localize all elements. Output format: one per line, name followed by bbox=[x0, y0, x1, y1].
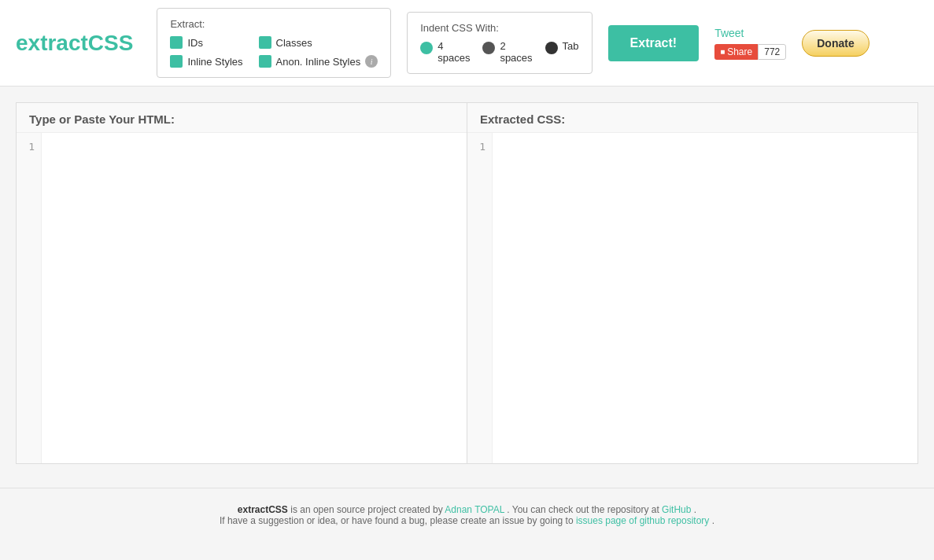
anon-inline-checkbox-icon bbox=[259, 55, 271, 68]
extract-label: Extract: bbox=[170, 18, 378, 30]
indent-tab[interactable]: Tab bbox=[545, 40, 579, 54]
header: extractCSS Extract: IDs Inline Styles Cl… bbox=[0, 0, 934, 87]
extract-box: Extract: IDs Inline Styles Classes bbox=[157, 8, 391, 78]
html-panel: Type or Paste Your HTML: 1 bbox=[16, 102, 467, 464]
share-red-btn: ■ Share bbox=[714, 44, 758, 60]
footer-text4: If have a suggestion or idea, or have fo… bbox=[220, 515, 576, 526]
footer-text2: . You can check out the repository at bbox=[507, 504, 662, 515]
indent-4-unit: spaces bbox=[437, 52, 470, 64]
indent-options: 4 spaces 2 spaces Tab bbox=[420, 40, 578, 64]
checkbox-classes[interactable]: Classes bbox=[259, 36, 378, 49]
inline-styles-checkbox-icon bbox=[170, 55, 183, 68]
indent-4-spaces[interactable]: 4 spaces bbox=[420, 40, 470, 64]
css-panel-label: Extracted CSS: bbox=[467, 103, 917, 133]
html-line-numbers: 1 bbox=[17, 133, 42, 463]
checkbox-inline-styles[interactable]: Inline Styles bbox=[170, 55, 242, 68]
footer-brand: extractCSS bbox=[238, 504, 288, 515]
footer-github-link[interactable]: GitHub bbox=[662, 504, 691, 515]
inline-styles-label: Inline Styles bbox=[187, 56, 242, 68]
checkbox-col-right: Classes Anon. Inline Styles i bbox=[259, 36, 378, 68]
footer-text1: is an open source project created by bbox=[290, 504, 445, 515]
indent-tab-radio bbox=[545, 42, 558, 54]
main-content: Type or Paste Your HTML: 1 Extracted CSS… bbox=[0, 87, 934, 480]
share-button[interactable]: ■ Share 772 bbox=[714, 44, 786, 60]
tweet-link[interactable]: Tweet bbox=[714, 27, 744, 39]
share-count: 772 bbox=[758, 44, 786, 60]
footer-text5: . bbox=[712, 515, 714, 526]
classes-checkbox-icon bbox=[259, 36, 271, 49]
classes-label: Classes bbox=[276, 37, 312, 49]
checkbox-row: IDs Inline Styles Classes Anon. Inline S… bbox=[170, 36, 378, 68]
indent-label: Indent CSS With: bbox=[420, 22, 578, 34]
footer-line2: If have a suggestion or idea, or have fo… bbox=[16, 515, 918, 526]
donate-button[interactable]: Donate bbox=[802, 30, 869, 57]
ids-label: IDs bbox=[187, 37, 203, 49]
checkbox-ids[interactable]: IDs bbox=[170, 36, 242, 49]
checkbox-col-left: IDs Inline Styles bbox=[170, 36, 242, 68]
indent-4-radio bbox=[420, 42, 433, 54]
html-panel-label: Type or Paste Your HTML: bbox=[17, 103, 467, 133]
indent-tab-label: Tab bbox=[563, 40, 579, 52]
ids-checkbox-icon bbox=[170, 36, 183, 49]
footer-line1: extractCSS is an open source project cre… bbox=[16, 504, 918, 515]
indent-box: Indent CSS With: 4 spaces 2 spaces Tab bbox=[407, 12, 592, 74]
extract-button[interactable]: Extract! bbox=[608, 25, 700, 61]
css-editor-area: 1 bbox=[467, 133, 917, 463]
indent-2-radio bbox=[482, 42, 495, 54]
footer: extractCSS is an open source project cre… bbox=[0, 488, 934, 542]
indent-2-spaces[interactable]: 2 spaces bbox=[482, 40, 532, 64]
social-area: Tweet ■ Share 772 bbox=[714, 27, 786, 60]
indent-4-num: 4 bbox=[437, 40, 470, 52]
footer-issues-link[interactable]: issues page of github repository bbox=[576, 515, 709, 526]
css-output[interactable] bbox=[493, 133, 917, 463]
indent-2-num: 2 bbox=[500, 40, 532, 52]
footer-text3: . bbox=[694, 504, 696, 515]
css-line-numbers: 1 bbox=[467, 133, 493, 463]
indent-2-unit: spaces bbox=[500, 52, 532, 64]
css-panel: Extracted CSS: 1 bbox=[467, 102, 918, 464]
info-icon[interactable]: i bbox=[365, 55, 378, 68]
share-label: Share bbox=[727, 46, 752, 57]
html-input[interactable] bbox=[42, 133, 467, 463]
footer-author-link[interactable]: Adnan TOPAL bbox=[445, 504, 504, 515]
editors-row: Type or Paste Your HTML: 1 Extracted CSS… bbox=[16, 102, 918, 464]
logo[interactable]: extractCSS bbox=[16, 31, 133, 56]
anon-inline-label: Anon. Inline Styles bbox=[276, 56, 361, 68]
html-editor-area: 1 bbox=[17, 133, 467, 463]
checkbox-anon-inline[interactable]: Anon. Inline Styles i bbox=[259, 55, 378, 68]
